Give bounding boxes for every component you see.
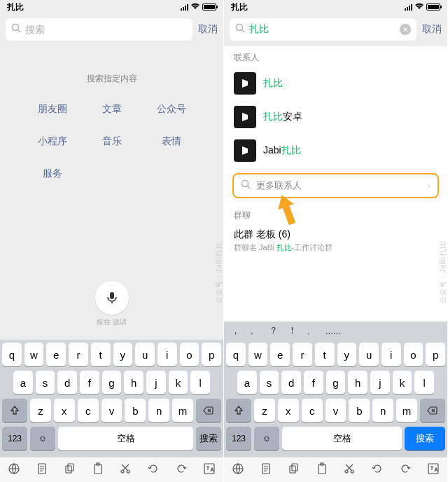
key-y[interactable]: y <box>113 343 133 366</box>
copy-icon[interactable] <box>64 462 76 478</box>
cat-moments[interactable]: 朋友圈 <box>22 103 82 116</box>
key-b[interactable]: b <box>349 399 370 422</box>
globe-icon[interactable] <box>8 462 20 478</box>
key-j[interactable]: j <box>146 371 166 394</box>
key-z[interactable]: z <box>254 399 275 422</box>
key-p[interactable]: p <box>426 343 445 366</box>
key-a[interactable]: a <box>237 371 257 394</box>
more-contacts-button[interactable]: 更多联系人 › <box>232 173 439 198</box>
key-u[interactable]: u <box>359 343 379 366</box>
paste-icon[interactable] <box>92 462 104 478</box>
key-m[interactable]: m <box>396 399 417 422</box>
paste-icon[interactable] <box>316 462 328 478</box>
contact-row[interactable]: 扎比安卓 <box>224 100 447 134</box>
key-r[interactable]: r <box>69 343 88 366</box>
key-e[interactable]: e <box>270 343 290 366</box>
key-l[interactable]: l <box>190 371 210 394</box>
key-c[interactable]: c <box>302 399 323 422</box>
key-n[interactable]: n <box>148 399 169 422</box>
emoji-key[interactable]: ☺ <box>30 427 55 450</box>
key-u[interactable]: u <box>135 343 155 366</box>
key-s[interactable]: s <box>36 371 55 394</box>
key-j[interactable]: j <box>370 371 390 394</box>
group-row[interactable]: 此群 老板 (6) 群聊名 JaBi 扎比-工作讨论群 <box>224 224 447 257</box>
cat-services[interactable]: 服务 <box>22 167 82 180</box>
cut-icon[interactable] <box>119 462 132 478</box>
key-p[interactable]: p <box>202 343 221 366</box>
globe-icon[interactable] <box>232 462 244 478</box>
clear-icon[interactable]: ✕ <box>400 24 411 35</box>
key-e[interactable]: e <box>46 343 66 366</box>
numbers-key[interactable]: 123 <box>226 427 251 450</box>
key-i[interactable]: i <box>158 343 177 366</box>
voice-search-button[interactable] <box>95 281 129 315</box>
shift-key[interactable] <box>2 399 27 422</box>
contact-row[interactable]: 扎比 <box>224 67 447 100</box>
search-key[interactable]: 搜索 <box>196 427 221 450</box>
key-x[interactable]: x <box>54 399 75 422</box>
key-a[interactable]: a <box>13 371 33 394</box>
doc-icon[interactable] <box>36 462 48 478</box>
search-input[interactable] <box>25 24 187 35</box>
key-s[interactable]: s <box>260 371 279 394</box>
redo-icon[interactable] <box>175 462 188 478</box>
predict-item[interactable]: 、 <box>307 324 316 337</box>
key-w[interactable]: w <box>24 343 44 366</box>
key-l[interactable]: l <box>414 371 434 394</box>
search-box[interactable]: ✕ <box>230 18 416 41</box>
cancel-button[interactable]: 取消 <box>198 23 218 36</box>
backspace-key[interactable] <box>420 399 445 422</box>
key-o[interactable]: o <box>180 343 200 366</box>
predict-item[interactable]: ， <box>231 324 240 337</box>
predict-item[interactable]: 。 <box>250 324 259 337</box>
key-k[interactable]: k <box>169 371 188 394</box>
key-g[interactable]: g <box>326 371 346 394</box>
emoji-key[interactable]: ☺ <box>254 427 279 450</box>
undo-icon[interactable] <box>371 462 384 478</box>
key-y[interactable]: y <box>337 343 357 366</box>
cat-official[interactable]: 公众号 <box>141 103 201 116</box>
key-c[interactable]: c <box>78 399 99 422</box>
key-r[interactable]: r <box>293 343 312 366</box>
key-q[interactable]: q <box>2 343 22 366</box>
translate-icon[interactable] <box>203 462 216 478</box>
key-o[interactable]: o <box>404 343 424 366</box>
key-m[interactable]: m <box>172 399 193 422</box>
undo-icon[interactable] <box>147 462 160 478</box>
cut-icon[interactable] <box>343 462 356 478</box>
space-key[interactable]: 空格 <box>282 427 402 450</box>
predict-item[interactable]: ...... <box>326 326 341 336</box>
key-x[interactable]: x <box>278 399 299 422</box>
key-b[interactable]: b <box>125 399 146 422</box>
key-t[interactable]: t <box>315 343 335 366</box>
shift-key[interactable] <box>226 399 251 422</box>
key-h[interactable]: h <box>348 371 368 394</box>
predict-item[interactable]: ？ <box>269 324 278 337</box>
cat-music[interactable]: 音乐 <box>82 135 141 148</box>
search-input[interactable] <box>249 24 396 35</box>
redo-icon[interactable] <box>399 462 412 478</box>
key-d[interactable]: d <box>281 371 301 394</box>
key-g[interactable]: g <box>102 371 122 394</box>
key-n[interactable]: n <box>372 399 393 422</box>
key-h[interactable]: h <box>124 371 144 394</box>
search-box[interactable] <box>6 18 192 41</box>
search-key[interactable]: 搜索 <box>405 427 445 450</box>
contact-row[interactable]: Jabi扎比 <box>224 134 447 167</box>
backspace-key[interactable] <box>196 399 221 422</box>
key-v[interactable]: v <box>102 399 122 422</box>
key-i[interactable]: i <box>382 343 401 366</box>
cat-stickers[interactable]: 表情 <box>141 135 201 148</box>
predict-item[interactable]: ！ <box>288 324 297 337</box>
key-t[interactable]: t <box>91 343 111 366</box>
key-z[interactable]: z <box>30 399 51 422</box>
cat-articles[interactable]: 文章 <box>82 103 141 116</box>
key-f[interactable]: f <box>304 371 323 394</box>
space-key[interactable]: 空格 <box>58 427 193 450</box>
key-w[interactable]: w <box>248 343 268 366</box>
doc-icon[interactable] <box>260 462 272 478</box>
key-v[interactable]: v <box>326 399 346 422</box>
translate-icon[interactable] <box>427 462 440 478</box>
cat-miniprog[interactable]: 小程序 <box>22 135 82 148</box>
key-k[interactable]: k <box>393 371 412 394</box>
